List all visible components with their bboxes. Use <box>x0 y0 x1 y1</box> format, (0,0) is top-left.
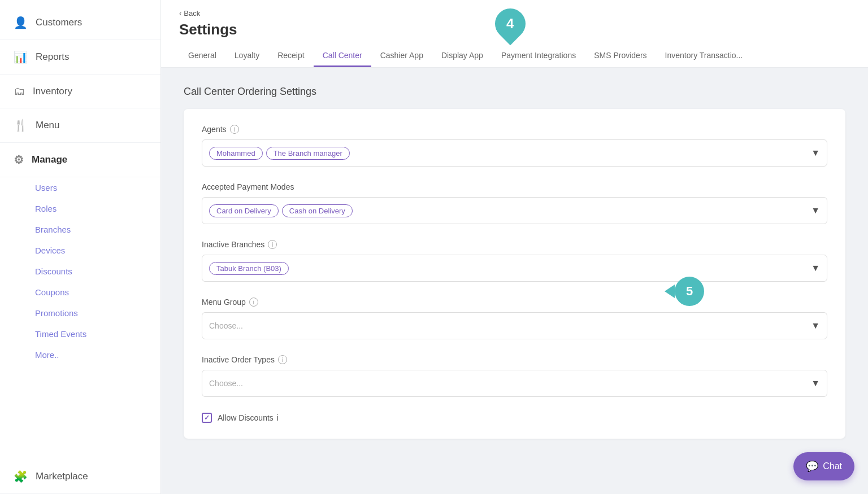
sidebar-label-customers: Customers <box>36 17 82 28</box>
payment-modes-field-group: Accepted Payment Modes Card on Delivery … <box>202 182 827 224</box>
menu-group-dropdown-arrow: ▼ <box>811 321 820 331</box>
chat-label: Chat <box>823 461 842 471</box>
inactive-branches-field-group: Inactive Branches i Tabuk Branch (B03) ▼ <box>202 240 827 282</box>
agents-select[interactable]: Mohammed The Branch manager ▼ <box>202 139 827 167</box>
payment-tag-cash: Cash on Delivery <box>282 204 353 217</box>
inactive-order-types-placeholder: Choose... <box>209 379 806 388</box>
tab-general[interactable]: General <box>179 45 225 67</box>
step-badge-4: 4 <box>494 5 526 43</box>
inactive-order-types-field-group: Inactive Order Types i Choose... ▼ <box>202 355 827 397</box>
sidebar-sub-discounts[interactable]: Discounts <box>0 261 160 282</box>
agent-tag-branch-manager: The Branch manager <box>266 147 350 160</box>
sidebar-item-menu[interactable]: 🍴 Menu <box>0 108 160 143</box>
sidebar-sub-timed-events[interactable]: Timed Events <box>0 323 160 344</box>
inactive-branches-dropdown-arrow: ▼ <box>811 263 820 273</box>
sidebar-sub-manage: Users Roles Branches Devices Discounts C… <box>0 177 160 365</box>
chat-button[interactable]: 💬 Chat <box>793 452 854 480</box>
sidebar-item-reports[interactable]: 📊 Reports <box>0 40 160 75</box>
sidebar-label-reports: Reports <box>36 51 70 63</box>
payment-modes-tags: Card on Delivery Cash on Delivery <box>209 204 806 217</box>
agents-field-group: Agents i Mohammed The Branch manager ▼ <box>202 125 827 167</box>
payment-modes-select[interactable]: Card on Delivery Cash on Delivery ▼ <box>202 197 827 224</box>
sidebar-sub-devices[interactable]: Devices <box>0 240 160 261</box>
customers-icon: 👤 <box>14 16 28 29</box>
sidebar-sub-branches[interactable]: Branches <box>0 219 160 240</box>
agents-info-icon[interactable]: i <box>230 125 239 134</box>
sidebar-label-marketplace: Marketplace <box>36 471 88 482</box>
agents-label: Agents i <box>202 125 827 134</box>
inactive-order-types-info-icon[interactable]: i <box>278 355 287 364</box>
menu-group-placeholder: Choose... <box>209 321 806 330</box>
sidebar-sub-promotions[interactable]: Promotions <box>0 303 160 323</box>
tab-cashier-app[interactable]: Cashier App <box>371 45 432 67</box>
main-area: ‹ Back Settings 4 General Loyalty Receip… <box>161 0 868 494</box>
back-arrow-icon: ‹ <box>179 9 181 18</box>
sidebar-label-manage: Manage <box>32 154 67 165</box>
agents-tags: Mohammed The Branch manager <box>209 147 806 160</box>
header: ‹ Back Settings 4 General Loyalty Receip… <box>161 0 868 68</box>
allow-discounts-info-icon[interactable]: i <box>277 413 279 422</box>
tab-loyalty[interactable]: Loyalty <box>225 45 268 67</box>
allow-discounts-label: Allow Discounts i <box>218 413 279 422</box>
menu-group-select[interactable]: Choose... ▼ <box>202 312 827 339</box>
sidebar-item-marketplace[interactable]: 🧩 Marketplace <box>0 460 160 494</box>
sidebar-item-manage[interactable]: ⚙ Manage <box>0 143 160 177</box>
tab-display-app[interactable]: Display App <box>432 45 492 67</box>
allow-discounts-checkbox[interactable] <box>202 413 212 423</box>
manage-icon: ⚙ <box>14 153 24 167</box>
menu-icon: 🍴 <box>14 119 28 132</box>
step-number-5: 5 <box>675 277 704 306</box>
back-label: Back <box>184 9 200 18</box>
sidebar-sub-roles[interactable]: Roles <box>0 198 160 219</box>
reports-icon: 📊 <box>14 50 28 64</box>
sidebar-label-inventory: Inventory <box>33 86 72 97</box>
sidebar-item-customers[interactable]: 👤 Customers <box>0 6 160 40</box>
tab-sms-providers[interactable]: SMS Providers <box>585 45 656 67</box>
payment-modes-dropdown-arrow: ▼ <box>811 206 820 216</box>
menu-group-field-group: Menu Group i Choose... ▼ <box>202 298 827 339</box>
inactive-order-types-dropdown-arrow: ▼ <box>811 378 820 388</box>
tab-call-center[interactable]: Call Center <box>314 45 371 67</box>
content-area: Call Center Ordering Settings Agents i M… <box>161 68 868 494</box>
tab-receipt[interactable]: Receipt <box>268 45 313 67</box>
menu-group-info-icon[interactable]: i <box>249 298 258 307</box>
step-number-4: 4 <box>489 2 532 45</box>
inventory-icon: 🗂 <box>14 85 25 98</box>
sidebar-item-inventory[interactable]: 🗂 Inventory <box>0 75 160 108</box>
allow-discounts-row: Allow Discounts i <box>202 413 827 423</box>
agents-dropdown-arrow: ▼ <box>811 148 820 158</box>
payment-modes-label: Accepted Payment Modes <box>202 182 827 191</box>
tabs-nav: General Loyalty Receipt Call Center Cash… <box>179 45 850 67</box>
sidebar-sub-more[interactable]: More.. <box>0 344 160 365</box>
sidebar-sub-coupons[interactable]: Coupons <box>0 282 160 303</box>
step-badge-5: 5 <box>665 277 704 306</box>
menu-group-label: Menu Group i <box>202 298 827 307</box>
tab-inventory-transactions[interactable]: Inventory Transactio... <box>656 45 752 67</box>
tab-payment-integrations[interactable]: Payment Integrations <box>492 45 585 67</box>
step-5-pointer <box>665 285 675 298</box>
agent-tag-mohammed: Mohammed <box>209 147 263 160</box>
inactive-order-types-select[interactable]: Choose... ▼ <box>202 370 827 397</box>
sidebar-sub-users[interactable]: Users <box>0 177 160 198</box>
marketplace-icon: 🧩 <box>14 470 28 483</box>
inactive-branches-select[interactable]: Tabuk Branch (B03) ▼ <box>202 255 827 282</box>
sidebar: 👤 Customers 📊 Reports 🗂 Inventory 🍴 Menu… <box>0 0 161 494</box>
chat-icon: 💬 <box>806 460 818 473</box>
inactive-branches-tags: Tabuk Branch (B03) <box>209 262 806 275</box>
payment-tag-card: Card on Delivery <box>209 204 279 217</box>
inactive-branches-info-icon[interactable]: i <box>268 240 277 249</box>
inactive-order-types-label: Inactive Order Types i <box>202 355 827 364</box>
settings-card: Agents i Mohammed The Branch manager ▼ A… <box>184 109 845 439</box>
sidebar-label-menu: Menu <box>36 120 60 131</box>
section-title: Call Center Ordering Settings <box>184 86 845 98</box>
branch-tag-tabuk: Tabuk Branch (B03) <box>209 262 289 275</box>
inactive-branches-label: Inactive Branches i <box>202 240 827 249</box>
